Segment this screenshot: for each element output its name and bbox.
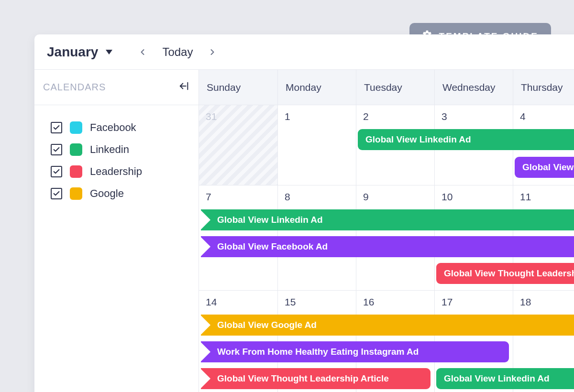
event-pill[interactable]: Global View Linkedin Ad	[358, 129, 574, 150]
event-pill[interactable]: Global View Facebook Ad	[515, 157, 574, 178]
day-cell[interactable]: 1	[277, 105, 356, 185]
month-selector[interactable]: January	[47, 44, 112, 60]
calendar-item-label: Facebook	[90, 121, 136, 134]
event-label: Global View Thought Leadership Article	[217, 373, 389, 384]
topbar: January Today	[34, 34, 574, 70]
week-row: 7891011 Global View Linkedin AdGlobal Vi…	[199, 185, 574, 291]
event-pill[interactable]: Global View Thought Leadership Article	[201, 368, 430, 389]
calendar-item-label: Google	[90, 187, 124, 200]
event-label: Global View Linkedin Ad	[217, 215, 323, 225]
color-swatch	[70, 187, 82, 200]
calendar-item[interactable]: Facebook	[46, 117, 191, 139]
event-pill[interactable]: Global View Google Ad	[201, 315, 574, 336]
collapse-sidebar-icon[interactable]	[178, 81, 190, 94]
next-button[interactable]	[204, 44, 221, 60]
day-cell[interactable]: 31	[199, 105, 277, 185]
sidebar-header: CALENDARS	[34, 70, 199, 105]
month-label: January	[47, 44, 98, 60]
calendar-item[interactable]: Linkedin	[46, 139, 191, 161]
day-header-row: SundayMondayTuesdayWednesdayThursday	[199, 70, 574, 105]
event-label: Global View Thought Leadership Article	[444, 268, 574, 279]
event-pill[interactable]: Global View Linkedin Ad	[201, 209, 574, 230]
calendar-item-label: Leadership	[90, 165, 142, 178]
today-button[interactable]: Today	[160, 45, 195, 59]
event-pill[interactable]: Global View Facebook Ad	[201, 236, 574, 257]
event-label: Work From Home Healthy Eating Instagram …	[217, 347, 419, 357]
color-swatch	[70, 165, 82, 178]
day-header: Tuesday	[356, 70, 434, 105]
event-label: Global View Facebook Ad	[217, 241, 328, 252]
week-row: 311234 Global View Linkedin AdGlobal Vie…	[199, 105, 574, 185]
checkbox[interactable]	[51, 122, 62, 133]
event-label: Global View Linkedin Ad	[444, 373, 550, 384]
day-header: Sunday	[199, 70, 277, 105]
event-label: Global View Facebook Ad	[522, 162, 574, 173]
color-swatch	[70, 143, 82, 156]
event-pill[interactable]: Work From Home Healthy Eating Instagram …	[201, 341, 509, 362]
week-row: 1415161718 Global View Google AdWork Fro…	[199, 291, 574, 392]
checkbox[interactable]	[51, 188, 62, 199]
calendar-grid: SundayMondayTuesdayWednesdayThursday 311…	[199, 70, 574, 392]
event-label: Global View Linkedin Ad	[365, 134, 471, 145]
chevron-down-icon	[106, 50, 112, 54]
color-swatch	[70, 121, 82, 134]
calendar-window: January Today CALENDARS FacebookLin	[34, 34, 574, 392]
sidebar: CALENDARS FacebookLinkedinLeadershipGoog…	[34, 70, 199, 392]
checkbox[interactable]	[51, 166, 62, 177]
calendar-item[interactable]: Leadership	[46, 161, 191, 183]
calendar-item[interactable]: Google	[46, 183, 191, 205]
day-header: Thursday	[513, 70, 574, 105]
event-pill[interactable]: Global View Thought Leadership Article	[436, 263, 574, 284]
checkbox[interactable]	[51, 144, 62, 155]
event-pill[interactable]: Global View Linkedin Ad	[436, 368, 574, 389]
calendar-item-label: Linkedin	[90, 143, 129, 156]
prev-button[interactable]	[134, 44, 151, 60]
day-header: Monday	[277, 70, 356, 105]
calendar-list: FacebookLinkedinLeadershipGoogle	[34, 105, 199, 205]
today-label: Today	[162, 45, 193, 58]
event-label: Global View Google Ad	[217, 320, 317, 330]
sidebar-title: CALENDARS	[43, 82, 106, 93]
day-header: Wednesday	[434, 70, 513, 105]
